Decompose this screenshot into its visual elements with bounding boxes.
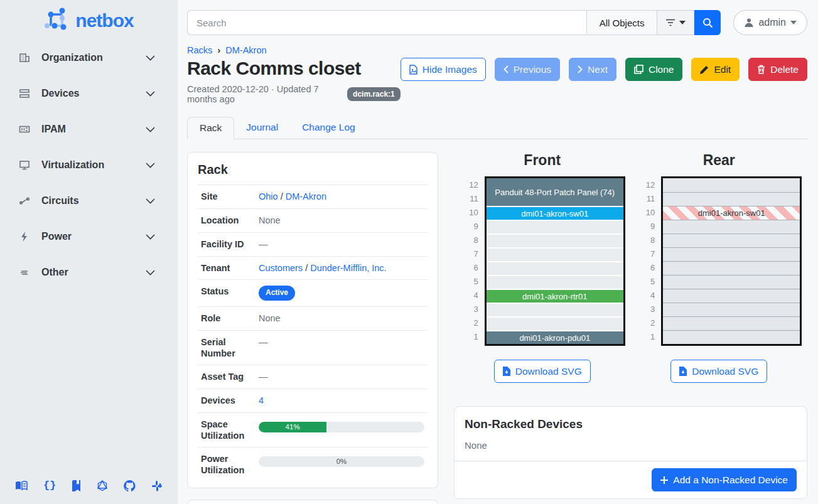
breadcrumb-link-racks[interactable]: Racks — [187, 45, 212, 55]
rack-empty-slot-u9[interactable] — [487, 220, 623, 233]
rack-attributes: Site Ohio / DM-Akron Location None Facil… — [198, 185, 428, 481]
rack-device-dmi01-akron-rtr01[interactable]: dmi01-akron-rtr01 — [487, 289, 623, 303]
site-link[interactable]: DM-Akron — [286, 191, 326, 201]
docs-icon[interactable] — [15, 480, 28, 491]
card-footer: Add a Non-Racked Device — [455, 461, 807, 498]
unit-number: 9 — [460, 220, 478, 233]
sidebar-item-devices[interactable]: Devices — [0, 81, 178, 106]
page-meta: Created 2020-12-20 · Updated 7 months ag… — [187, 84, 401, 104]
rack-empty-slot-u5[interactable] — [663, 275, 800, 289]
rack-empty-slot-u9[interactable] — [663, 220, 800, 233]
site-region-link[interactable]: Ohio — [259, 191, 278, 201]
plus-icon — [660, 476, 668, 484]
unit-number: 2 — [636, 316, 655, 330]
unit-number: 10 — [460, 206, 478, 220]
rack-empty-slot-u6[interactable] — [487, 261, 623, 275]
search-filter-button[interactable] — [657, 10, 694, 35]
rear-elevation: Rear 121110987654321 dmi01-akron-sw01 Do… — [631, 152, 808, 383]
netbox-logo-text: netbox — [75, 10, 133, 31]
previous-button[interactable]: Previous — [495, 58, 560, 81]
breadcrumb-separator-icon: › — [217, 45, 220, 55]
rack-empty-slot-u5[interactable] — [487, 275, 623, 289]
sidebar-item-label: Circuits — [41, 195, 146, 206]
breadcrumb-link-site[interactable]: DM-Akron — [225, 45, 266, 55]
rack-empty-slot-u7[interactable] — [487, 247, 623, 261]
unit-number: 10 — [636, 206, 655, 220]
rack-device-dmi01-akron-sw01[interactable]: dmi01-akron-sw01 — [663, 206, 800, 220]
front-download-svg-button[interactable]: Download SVG — [494, 360, 591, 383]
unit-number: 1 — [460, 330, 478, 344]
tab-change-log[interactable]: Change Log — [290, 117, 367, 139]
right-column: Front 121110987654321 Panduit 48-Port Pa… — [454, 152, 807, 504]
rack-empty-slot-u2[interactable] — [663, 316, 800, 330]
clone-button[interactable]: Clone — [625, 58, 683, 81]
rack-empty-slot-u8[interactable] — [487, 233, 623, 247]
sidebar-item-ipam[interactable]: IPAM — [0, 117, 178, 142]
next-button[interactable]: Next — [569, 58, 616, 81]
edit-button[interactable]: Edit — [691, 58, 740, 81]
attr-row-role: Role None — [198, 306, 428, 330]
non-racked-devices-card: Non-Racked Devices None Add a Non-Racked… — [454, 406, 807, 499]
netbox-logo[interactable]: netbox — [0, 8, 178, 34]
rack-empty-slot-u1[interactable] — [663, 330, 800, 344]
tab-journal[interactable]: Journal — [234, 117, 290, 139]
chevron-left-icon — [503, 65, 509, 73]
unit-number: 12 — [460, 178, 478, 192]
slack-icon[interactable] — [151, 480, 163, 491]
rest-api-icon[interactable]: {} — [43, 480, 56, 491]
unit-number: 11 — [460, 192, 478, 206]
sidebar-item-power[interactable]: Power — [0, 224, 178, 249]
attr-row-site: Site Ohio / DM-Akron — [198, 185, 428, 208]
user-menu-button[interactable]: admin — [733, 10, 807, 35]
next-card-top-edge — [187, 500, 438, 504]
pencil-icon — [700, 65, 709, 74]
search-input[interactable] — [187, 10, 586, 35]
sidebar-item-other[interactable]: Other — [0, 260, 178, 285]
attr-row-status: Status Active — [198, 279, 428, 306]
devices-count-link[interactable]: 4 — [259, 395, 264, 405]
tab-rack[interactable]: Rack — [187, 117, 234, 139]
card-title: Rack — [198, 163, 428, 177]
book-icon[interactable] — [72, 480, 81, 491]
attr-row-power-utilization: Power Utilization 0% — [198, 447, 428, 481]
rack-device-dmi01-akron-pdu01[interactable]: dmi01-akron-pdu01 — [487, 330, 623, 344]
sidebar-item-virtualization[interactable]: Virtualization — [0, 153, 178, 178]
rack-device-dmi01-akron-sw01[interactable]: dmi01-akron-sw01 — [487, 206, 623, 220]
search-submit-button[interactable] — [694, 10, 721, 35]
rear-rack-diagram: dmi01-akron-sw01 — [661, 176, 802, 346]
add-non-racked-device-button[interactable]: Add a Non-Racked Device — [652, 468, 797, 491]
rack-empty-slot-u4[interactable] — [663, 289, 800, 303]
search-icon — [702, 18, 713, 28]
hide-images-button[interactable]: Hide Images — [401, 58, 486, 81]
person-icon — [744, 18, 754, 28]
tenant-group-link[interactable]: Customers — [259, 263, 303, 273]
rack-empty-slot-u3[interactable] — [663, 303, 800, 316]
rack-empty-slot-u8[interactable] — [663, 233, 800, 247]
rack-empty-slot-u6[interactable] — [663, 261, 800, 275]
rack-device-panduit-48-port-patch-panel-74-[interactable]: Panduit 48-Port Patch Panel (74) — [487, 178, 623, 206]
rack-empty-slot-u7[interactable] — [663, 247, 800, 261]
tenant-link[interactable]: Dunder-Mifflin, Inc. — [310, 263, 386, 273]
delete-button[interactable]: Delete — [748, 58, 807, 81]
building-icon — [19, 52, 31, 63]
rack-empty-slot-u11[interactable] — [663, 192, 800, 206]
sidebar-item-label: Virtualization — [41, 159, 146, 171]
attr-row-devices: Devices 4 — [198, 389, 428, 412]
rear-download-svg-button[interactable]: Download SVG — [670, 360, 767, 383]
search-scope-button[interactable]: All Objects — [586, 10, 657, 35]
rack-info-card: Rack Site Ohio / DM-Akron Location None — [187, 152, 438, 488]
graphql-icon[interactable] — [97, 480, 108, 491]
elevation-title: Rear — [703, 152, 735, 169]
rack-empty-slot-u2[interactable] — [487, 316, 623, 330]
sidebar-item-organization[interactable]: Organization — [0, 45, 178, 70]
attr-row-tenant: Tenant Customers / Dunder-Mifflin, Inc. — [198, 256, 428, 280]
power-utilization-text: 0% — [259, 456, 424, 467]
github-icon[interactable] — [124, 480, 136, 491]
rack-empty-slot-u3[interactable] — [487, 303, 623, 316]
unit-number: 12 — [636, 178, 655, 192]
sidebar-item-circuits[interactable]: Circuits — [0, 188, 178, 213]
rack-empty-slot-u12[interactable] — [663, 178, 800, 192]
sidebar-nav: Organization Devices IPAM — [0, 45, 178, 480]
sidebar-item-label: Power — [41, 231, 146, 242]
chevron-down-icon — [146, 163, 155, 168]
